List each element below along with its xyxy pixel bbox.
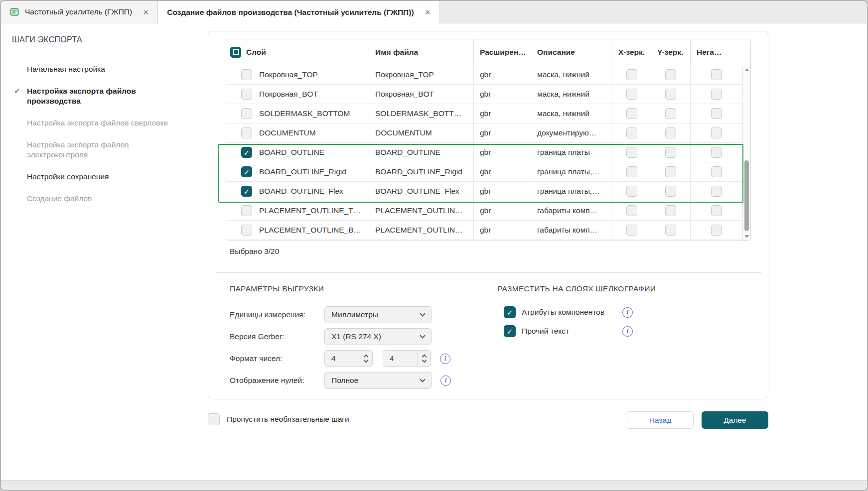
close-icon[interactable]: × [425,7,431,17]
table-row[interactable]: SOLDERMASK_BOTTOM SOLDERMASK_BOTT… gbr м… [226,104,750,123]
layer-name: Покровная_TOP [259,70,318,79]
back-button[interactable]: Назад [627,411,694,429]
y-mirror-checkbox[interactable] [665,127,676,138]
scroll-down-icon[interactable] [743,233,750,241]
table-row[interactable]: Покровная_TOP Покровная_TOP gbr маска, н… [226,65,750,85]
y-mirror-checkbox[interactable] [665,147,676,158]
table-row[interactable]: Покровная_BOT Покровная_BOT gbr маска, н… [226,85,750,104]
units-value: Миллиметры [331,310,378,319]
negative-checkbox[interactable] [711,89,722,100]
sidebar-item-create-files[interactable]: Создание файлов [1,188,190,210]
scroll-up-icon[interactable] [743,66,750,74]
column-header-filename: Имя файла [369,39,474,65]
option-label: Прочий текст [522,327,616,336]
file-name: BOARD_OUTLINE [369,143,474,162]
sidebar-item-production-export[interactable]: Настройка экспорта файлов производства [1,80,190,112]
sidebar-title: ШАГИ ЭКСПОРТА [12,35,82,44]
next-button[interactable]: Далее [702,411,768,429]
y-mirror-checkbox[interactable] [665,69,676,80]
negative-checkbox[interactable] [711,127,722,138]
table-header: Слой Имя файла Расширен… Описание X-зерк… [226,39,750,65]
table-row[interactable]: BOARD_OUTLINE_Rigid BOARD_OUTLINE_Rigid … [226,162,750,182]
integer-digits-stepper[interactable]: 4 [324,350,373,367]
other-text-option[interactable]: Прочий текст [504,325,656,337]
negative-checkbox[interactable] [711,205,722,216]
row-checkbox[interactable] [241,89,252,100]
x-mirror-checkbox[interactable] [626,127,637,138]
zeros-display-select[interactable]: Полное [324,372,432,389]
info-icon[interactable] [622,326,633,337]
y-mirror-checkbox[interactable] [665,186,676,197]
silkscreen-section: РАЗМЕСТИТЬ НА СЛОЯХ ШЕЛКОГРАФИИ Атрибуты… [497,284,656,344]
table-row[interactable]: PLACEMENT_OUTLINE_B… PLACEMENT_OUTLIN… g… [226,221,750,240]
x-mirror-checkbox[interactable] [626,166,637,177]
tab-export-wizard[interactable]: Создание файлов производства (Частотный … [158,1,439,23]
y-mirror-checkbox[interactable] [665,108,676,119]
y-mirror-checkbox[interactable] [665,166,676,177]
file-extension: gbr [474,143,531,162]
row-checkbox[interactable] [241,166,252,177]
gerber-version-label: Версия Gerber: [230,332,324,341]
y-mirror-checkbox[interactable] [665,89,676,100]
file-name: Покровная_BOT [369,85,474,104]
sidebar-item-save-settings[interactable]: Настройки сохранения [1,166,190,188]
skip-steps-option[interactable]: Пропустить необязательные шаги [208,413,349,425]
zeros-display-label: Отображение нулей: [230,376,324,385]
row-checkbox[interactable] [241,186,252,197]
layer-name: Покровная_BOT [259,90,318,99]
units-label: Единицы измерения: [230,310,324,319]
table-scrollbar[interactable] [742,66,750,241]
fraction-digits-value: 4 [383,351,417,367]
fraction-digits-stepper[interactable]: 4 [383,350,431,367]
tab-project[interactable]: Частотный усилитель (ГЖПП) × [1,1,158,23]
y-mirror-checkbox[interactable] [665,205,676,216]
negative-checkbox[interactable] [711,147,722,158]
close-icon[interactable]: × [143,7,148,17]
skip-steps-checkbox[interactable] [208,413,220,425]
stepper-arrows-icon[interactable] [359,351,372,367]
x-mirror-checkbox[interactable] [626,225,637,236]
row-checkbox[interactable] [241,147,252,158]
column-header-x-mirror: X-зерк. [612,39,651,65]
y-mirror-checkbox[interactable] [665,225,676,236]
layer-description: габариты комп… [531,201,612,220]
row-checkbox[interactable] [241,225,252,236]
row-checkbox[interactable] [241,108,252,119]
row-checkbox[interactable] [241,205,252,216]
info-icon[interactable] [440,354,450,364]
x-mirror-checkbox[interactable] [626,205,637,216]
gerber-version-value: X1 (RS 274 X) [331,332,381,341]
x-mirror-checkbox[interactable] [626,147,637,158]
scrollbar-thumb[interactable] [744,160,749,231]
negative-checkbox[interactable] [711,166,722,177]
sidebar-item-drill-export[interactable]: Настройка экспорта файлов сверловки [1,112,190,134]
negative-checkbox[interactable] [711,69,722,80]
sidebar-item-initial-setup[interactable]: Начальная настройка [1,58,190,80]
table-row[interactable]: PLACEMENT_OUTLINE_T… PLACEMENT_OUTLIN… g… [226,201,750,221]
selected-count: Выбрано 3/20 [230,247,279,256]
negative-checkbox[interactable] [711,108,722,119]
component-attributes-checkbox[interactable] [504,306,516,318]
row-checkbox[interactable] [241,69,252,80]
x-mirror-checkbox[interactable] [626,186,637,197]
table-row[interactable]: BOARD_OUTLINE_Flex BOARD_OUTLINE_Flex gb… [226,182,750,201]
select-all-checkbox[interactable] [230,47,241,58]
x-mirror-checkbox[interactable] [626,89,637,100]
negative-checkbox[interactable] [711,186,722,197]
stepper-arrows-icon[interactable] [417,351,431,367]
component-attributes-option[interactable]: Атрибуты компонентов [504,306,656,318]
negative-checkbox[interactable] [711,225,722,236]
x-mirror-checkbox[interactable] [626,108,637,119]
info-icon[interactable] [622,307,633,318]
table-row[interactable]: DOCUMENTUM DOCUMENTUM gbr документирую… [226,123,750,143]
sidebar-item-etest-export[interactable]: Настройка экспорта файлов электроконтрол… [1,134,190,166]
gerber-version-select[interactable]: X1 (RS 274 X) [324,328,432,345]
other-text-checkbox[interactable] [504,325,516,337]
x-mirror-checkbox[interactable] [626,69,637,80]
section-divider [216,272,761,273]
table-row[interactable]: BOARD_OUTLINE BOARD_OUTLINE gbr граница … [226,143,750,162]
row-checkbox[interactable] [241,127,252,138]
zeros-display-value: Полное [331,376,358,385]
info-icon[interactable] [440,375,451,386]
units-select[interactable]: Миллиметры [324,306,432,323]
